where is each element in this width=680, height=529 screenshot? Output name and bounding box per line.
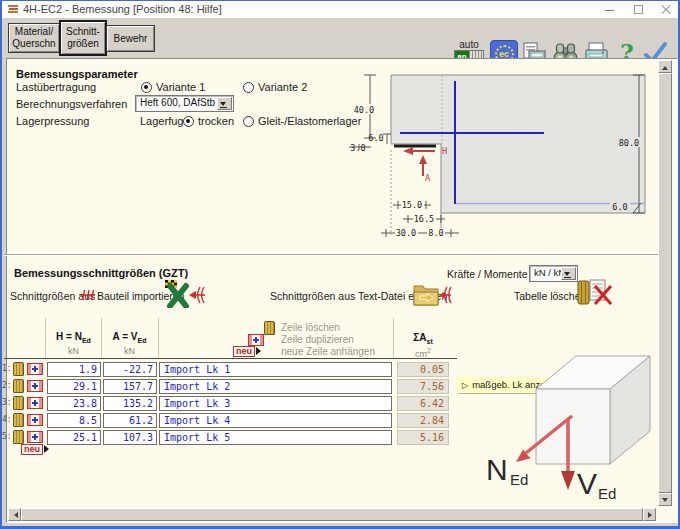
a-ved-field[interactable]: 107.3 bbox=[103, 430, 157, 445]
a-ved-field[interactable]: 61.2 bbox=[103, 413, 157, 428]
dim-80: 80.0 bbox=[619, 138, 639, 148]
scroll-left-button[interactable] bbox=[8, 508, 21, 521]
legend-delete-label: Zeile löschen bbox=[281, 322, 340, 333]
row-number: 2: bbox=[2, 381, 11, 390]
scroll-right-button[interactable] bbox=[643, 508, 656, 521]
append-row-button[interactable]: neu bbox=[21, 444, 43, 455]
auto-label: auto bbox=[453, 39, 485, 50]
column-divider bbox=[45, 318, 46, 358]
duplicate-row-icon[interactable] bbox=[27, 431, 43, 443]
scroll-up-button[interactable] bbox=[658, 60, 672, 73]
delete-row-icon[interactable] bbox=[13, 413, 24, 427]
append-arrow-icon bbox=[256, 347, 265, 355]
h-ned-field[interactable]: 25.1 bbox=[47, 430, 101, 445]
bearing-dry-label: trocken bbox=[198, 115, 234, 127]
tab-bewehrung[interactable]: Bewehr bbox=[106, 25, 155, 52]
dim-6b: 6.0 bbox=[612, 202, 627, 212]
col-a-unit: kN bbox=[103, 346, 156, 356]
table-row: 4: 8.5 61.2 Import Lk 4 2.84 bbox=[2, 413, 462, 428]
geometry-drawing: 40.0 6.0 3.0 80.0 15.0 16.5 30.0 8.0 bbox=[347, 63, 659, 249]
tab-label: größen bbox=[61, 38, 105, 50]
method-value: Heft 600, DAfStb bbox=[140, 97, 215, 108]
col-h-unit: kN bbox=[47, 346, 100, 356]
h-ned-field[interactable]: 29.1 bbox=[47, 379, 101, 394]
delete-row-icon[interactable] bbox=[13, 430, 24, 444]
sum-ast-value: 5.16 bbox=[397, 430, 449, 445]
load-transfer-label: Lastübertragung bbox=[16, 81, 96, 93]
variant2-radio[interactable] bbox=[243, 82, 254, 93]
dim-165: 16.5 bbox=[414, 214, 434, 224]
duplicate-row-legend-icon bbox=[248, 334, 264, 346]
minimize-button[interactable] bbox=[598, 1, 622, 17]
clear-table-button[interactable] bbox=[575, 278, 615, 308]
column-divider bbox=[158, 318, 159, 358]
tab-material-querschnitt[interactable]: Material/ Querschn bbox=[8, 23, 60, 53]
column-divider bbox=[101, 318, 102, 358]
col-h-header: H = NEd bbox=[47, 331, 100, 344]
sum-ast-value: 7.56 bbox=[397, 379, 449, 394]
loadcase-name-field[interactable]: Import Lk 2 bbox=[159, 379, 392, 394]
variant2-label: Variante 2 bbox=[258, 81, 307, 93]
column-divider bbox=[393, 318, 394, 358]
loadcase-name-field[interactable]: Import Lk 5 bbox=[159, 430, 392, 445]
duplicate-row-icon[interactable] bbox=[27, 380, 43, 392]
variant1-radio[interactable] bbox=[141, 82, 152, 93]
legend-append-label: neue Zeile anhängen bbox=[281, 346, 375, 357]
import-from-excel-button[interactable] bbox=[164, 280, 206, 308]
row-number: 4: bbox=[2, 415, 11, 424]
duplicate-row-icon[interactable] bbox=[27, 397, 43, 409]
horizontal-scrollbar[interactable] bbox=[8, 508, 656, 521]
section-separator bbox=[4, 254, 658, 256]
append-arrow-icon bbox=[44, 445, 53, 453]
col-a-header: A = VEd bbox=[103, 331, 156, 344]
loadcase-name-field[interactable]: Import Lk 1 bbox=[159, 362, 392, 377]
a-ved-field[interactable]: 135.2 bbox=[103, 396, 157, 411]
bearing-elastomer-radio[interactable] bbox=[243, 116, 254, 127]
duplicate-row-icon[interactable] bbox=[27, 414, 43, 426]
sum-ast-value: 2.84 bbox=[397, 413, 449, 428]
row-number: 5: bbox=[2, 432, 11, 441]
h-ned-field[interactable]: 23.8 bbox=[47, 396, 101, 411]
duplicate-row-icon[interactable] bbox=[27, 363, 43, 375]
v-ed-sub: Ed bbox=[598, 485, 616, 502]
a-ved-field[interactable]: -22.7 bbox=[103, 362, 157, 377]
tab-label: Schnitt- bbox=[61, 26, 105, 38]
app-icon bbox=[7, 4, 19, 15]
dropdown-arrow-icon[interactable] bbox=[217, 97, 232, 110]
h-ned-field[interactable]: 8.5 bbox=[47, 413, 101, 428]
delete-row-icon[interactable] bbox=[13, 379, 24, 393]
method-select[interactable]: Heft 600, DAfStb bbox=[135, 95, 234, 112]
sum-ast-value: 0.05 bbox=[397, 362, 449, 377]
toolbar: Material/ Querschn Schnitt- größen Beweh… bbox=[2, 18, 678, 58]
v-ed-label: V bbox=[577, 467, 597, 500]
force-cube-drawing: N Ed V Ed bbox=[472, 353, 677, 505]
n-ed-label: N bbox=[486, 453, 508, 486]
tab-schnittgroessen[interactable]: Schnitt- größen bbox=[59, 20, 107, 56]
delete-row-icon[interactable] bbox=[13, 362, 24, 376]
h-ned-field[interactable]: 1.9 bbox=[47, 362, 101, 377]
legend-duplicate-label: Zeile duplizieren bbox=[281, 334, 354, 345]
delete-row-icon[interactable] bbox=[13, 396, 24, 410]
units-select[interactable]: kN / kNm bbox=[529, 265, 578, 282]
scroll-down-button[interactable] bbox=[658, 493, 672, 506]
a-ved-field[interactable]: 157.7 bbox=[103, 379, 157, 394]
loadcase-name-field[interactable]: Import Lk 3 bbox=[159, 396, 392, 411]
bearing-elastomer-label: Gleit-/Elastomerlager bbox=[258, 115, 361, 127]
arrow-h-label: H bbox=[442, 146, 447, 156]
row-number: 1: bbox=[2, 364, 11, 373]
read-text-file-button[interactable] bbox=[412, 280, 452, 308]
vertical-scrollbar[interactable] bbox=[658, 60, 672, 506]
append-row-legend-icon: neu bbox=[233, 346, 255, 357]
bearing-dry-radio[interactable] bbox=[183, 116, 194, 127]
dim-6a: 6.0 bbox=[368, 133, 383, 143]
maximize-button[interactable] bbox=[626, 1, 650, 17]
dropdown-arrow-icon[interactable] bbox=[561, 267, 576, 280]
vertical-scroll-thumb[interactable] bbox=[658, 73, 672, 493]
table-row: 5: 25.1 107.3 Import Lk 5 5.16 bbox=[2, 430, 462, 445]
n-ed-sub: Ed bbox=[510, 471, 528, 488]
params-heading: Bemessungsparameter bbox=[16, 68, 138, 80]
horizontal-scroll-thumb[interactable] bbox=[21, 508, 643, 521]
loadcase-name-field[interactable]: Import Lk 4 bbox=[159, 413, 392, 428]
table-row: 3: 23.8 135.2 Import Lk 3 6.42 bbox=[2, 396, 462, 411]
close-button[interactable] bbox=[654, 1, 678, 17]
